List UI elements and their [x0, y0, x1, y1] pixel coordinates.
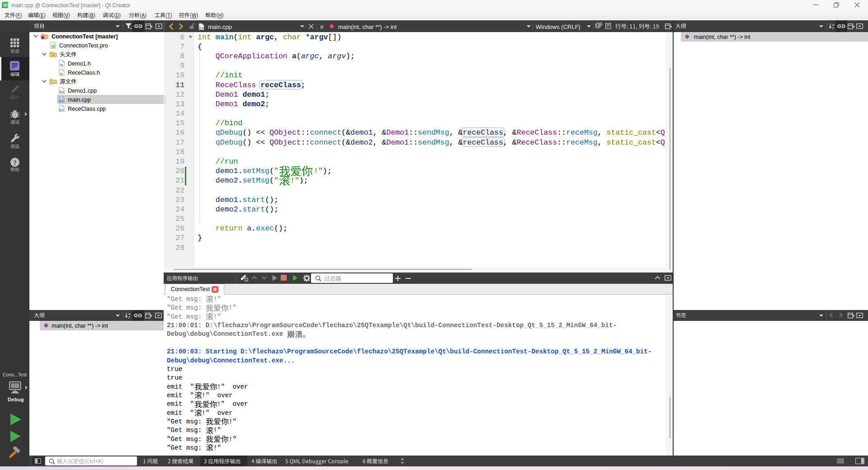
svg-text:?: ? [13, 159, 17, 166]
svg-text:A: A [832, 24, 835, 26]
svg-text:Z: Z [832, 27, 834, 29]
svg-text:C+: C+ [52, 81, 56, 85]
svg-text:C+: C+ [59, 90, 64, 94]
svg-text:C+: C+ [59, 108, 64, 112]
svg-text:Qt: Qt [52, 45, 55, 48]
svg-text:QC: QC [3, 3, 9, 7]
svg-text:Z: Z [128, 316, 130, 319]
svg-text:C+: C+ [59, 99, 64, 103]
svg-text:h: h [61, 63, 63, 67]
svg-text:h: h [52, 54, 55, 58]
svg-text:C+: C+ [199, 26, 204, 30]
svg-text:h: h [61, 72, 63, 76]
svg-text:A: A [128, 313, 131, 315]
